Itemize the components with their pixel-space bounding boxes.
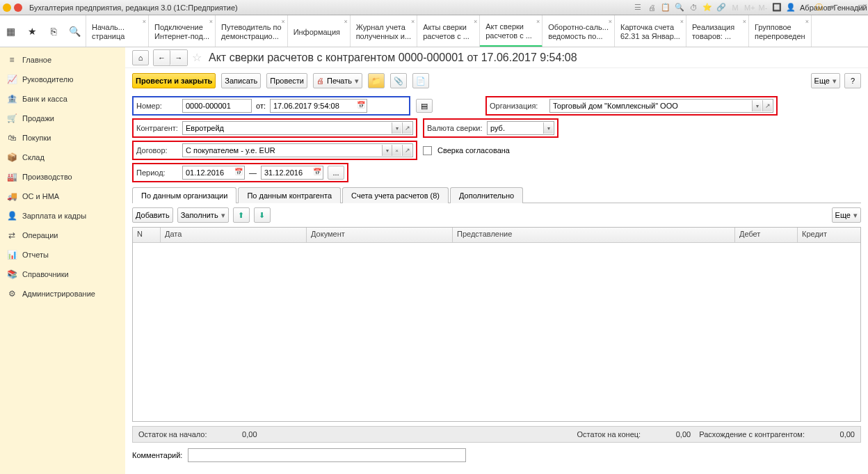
doc-tab[interactable]: ×Групповоеперепроведен	[749, 15, 812, 47]
sidebar-item[interactable]: 🛍Покупки	[0, 128, 125, 148]
folder-button[interactable]: 📁	[368, 73, 385, 88]
info-icon[interactable]: ⓘ	[814, 2, 823, 13]
open-icon[interactable]: ↗	[402, 145, 412, 156]
dropdown-icon[interactable]: ▾	[543, 123, 553, 134]
sidebar-item[interactable]: ≡Главное	[0, 50, 125, 70]
dropdown-icon[interactable]: ▾	[392, 123, 401, 134]
close-icon[interactable]: ×	[474, 17, 477, 26]
favorite-icon[interactable]: ☆	[192, 51, 202, 64]
tool-icon[interactable]: 🔲	[772, 3, 782, 12]
more-button[interactable]: Еще▾	[811, 73, 840, 88]
help-button[interactable]: ?	[844, 73, 861, 88]
post-button[interactable]: Провести	[266, 73, 307, 88]
detail-tab[interactable]: Счета учета расчетов (8)	[342, 187, 449, 203]
open-icon[interactable]: ↗	[402, 123, 412, 134]
maximize-icon[interactable]: ◻	[855, 3, 865, 12]
doc-tab[interactable]: ×Акты сверкирасчетов с ...	[417, 15, 480, 47]
close-icon[interactable]: ×	[344, 17, 347, 26]
attach-button[interactable]: 📎	[390, 73, 407, 88]
doc-tab[interactable]: ×Путеводитель подемонстрацио...	[216, 15, 288, 47]
doc-tab[interactable]: ×ПодключениеИнтернет-под...	[149, 15, 216, 47]
period-from-input[interactable]: 01.12.2016📅	[182, 166, 245, 180]
sidebar-item[interactable]: 📈Руководителю	[0, 70, 125, 89]
doc-tab[interactable]: ×Началь...страница	[86, 15, 149, 47]
detail-tab[interactable]: Дополнительно	[450, 187, 523, 203]
number-input[interactable]: 0000-000001	[182, 99, 252, 113]
doc-tab[interactable]: ×Реализациятоваров: ...	[686, 15, 749, 47]
col-n[interactable]: N	[133, 228, 161, 242]
doc-tab[interactable]: ×Журнал учетаполученных и...	[351, 15, 418, 47]
tool-icon[interactable]: ⭐	[702, 3, 712, 12]
contract-input[interactable]: С покупателем - у.е. EUR▾×↗	[182, 143, 413, 157]
doc-tab[interactable]: ×Информация	[288, 15, 351, 47]
more-grid-button[interactable]: Еще▾	[832, 207, 861, 223]
calendar-icon[interactable]: 📅	[357, 101, 365, 109]
print-button[interactable]: 🖨Печать▾	[313, 73, 362, 88]
sidebar-item[interactable]: 👤Зарплата и кадры	[0, 206, 125, 226]
sidebar-item[interactable]: 🛒Продажи	[0, 109, 125, 128]
tool-icon[interactable]: 📋	[661, 3, 670, 12]
doc-tab[interactable]: ×Оборотно-саль...ведомость по...	[542, 15, 615, 47]
tool-icon[interactable]: ⏱	[689, 3, 698, 12]
agreed-checkbox[interactable]	[423, 146, 432, 155]
calendar-icon[interactable]: 📅	[313, 168, 321, 175]
tool-icon[interactable]: 🖨	[647, 3, 657, 12]
sidebar-item[interactable]: 🏭Производство	[0, 167, 125, 187]
sidebar-item[interactable]: 📊Отчеты	[0, 245, 125, 264]
star-icon[interactable]: ★	[24, 26, 40, 37]
history-icon[interactable]: ⎘	[46, 26, 61, 37]
close-icon[interactable]: ×	[609, 17, 612, 26]
search-icon[interactable]: 🔍	[67, 26, 83, 37]
tool-icon[interactable]: 🔗	[716, 3, 726, 12]
date-extra-button[interactable]: ▤	[416, 99, 433, 113]
col-repr[interactable]: Представление	[453, 228, 735, 242]
close-icon[interactable]: ×	[680, 17, 684, 26]
move-down-button[interactable]: ⬇	[254, 207, 271, 223]
nav-fwd-button[interactable]: →	[170, 50, 187, 65]
sidebar-item[interactable]: 🏦Банк и касса	[0, 89, 125, 109]
col-debit[interactable]: Дебет	[735, 228, 798, 242]
comment-input[interactable]	[188, 448, 466, 462]
dropdown-icon[interactable]: ▾	[752, 100, 762, 111]
currency-input[interactable]: руб.▾	[487, 121, 554, 135]
detail-tab[interactable]: По данным контрагента	[238, 187, 341, 203]
move-up-button[interactable]: ⬆	[233, 207, 250, 223]
tool-icon[interactable]: 🔍	[675, 3, 684, 12]
doc-tab[interactable]: ×Карточка счета62.31 за Январ...	[615, 15, 686, 47]
sidebar-item[interactable]: 📦Склад	[0, 148, 125, 167]
sidebar-item[interactable]: ⚙Администрирование	[0, 284, 125, 303]
apps-icon[interactable]: ▦	[3, 26, 18, 37]
doc-tab[interactable]: ×Акт сверкирасчетов с ...	[480, 15, 542, 47]
clear-icon[interactable]: ×	[392, 145, 401, 156]
close-icon[interactable]: ×	[143, 17, 146, 26]
close-icon[interactable]: ×	[743, 17, 746, 26]
close-icon[interactable]: ×	[281, 17, 284, 26]
sidebar-item[interactable]: 📚Справочники	[0, 264, 125, 284]
post-and-close-button[interactable]: Провести и закрыть	[132, 73, 216, 88]
col-doc[interactable]: Документ	[307, 228, 453, 242]
tool-icon[interactable]: ☰	[633, 3, 643, 12]
period-to-input[interactable]: 31.12.2016📅	[261, 166, 323, 180]
close-icon[interactable]: ×	[805, 17, 809, 26]
sidebar-item[interactable]: 🚚ОС и НМА	[0, 187, 125, 206]
grid-body[interactable]	[133, 243, 860, 421]
calendar-icon[interactable]: 📅	[234, 168, 243, 175]
close-icon[interactable]: ×	[209, 17, 213, 26]
report-button[interactable]: 📄	[412, 73, 429, 88]
partner-input[interactable]: Евротрейд▾↗	[182, 121, 413, 135]
col-credit[interactable]: Кредит	[798, 228, 860, 242]
add-button[interactable]: Добавить	[132, 207, 173, 223]
home-button[interactable]: ⌂	[132, 50, 149, 65]
period-select-button[interactable]: ...	[328, 166, 344, 180]
date-input[interactable]: 17.06.2017 9:54:08📅	[270, 99, 367, 113]
close-icon[interactable]: ×	[411, 17, 415, 26]
data-grid[interactable]: N Дата Документ Представление Дебет Кред…	[132, 227, 861, 422]
record-button[interactable]: Записать	[221, 73, 261, 88]
dropdown-icon[interactable]: ▾	[382, 145, 392, 156]
minimize-icon[interactable]: —	[842, 3, 851, 12]
fill-button[interactable]: Заполнить▾	[177, 207, 229, 223]
detail-tab[interactable]: По данным организации	[132, 187, 236, 203]
col-date[interactable]: Дата	[161, 228, 307, 242]
open-icon[interactable]: ↗	[762, 100, 772, 111]
nav-back-button[interactable]: ←	[154, 50, 170, 65]
